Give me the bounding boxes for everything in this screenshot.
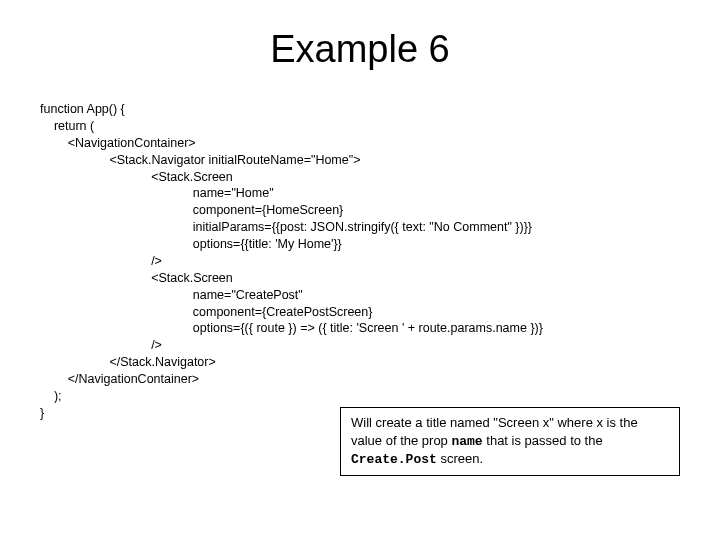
explanation-callout: Will create a title named "Screen x" whe… [340,407,680,476]
callout-prop-name: name [451,434,482,449]
callout-screen-name: Create.Post [351,452,437,467]
callout-text-mid: that is passed to the [483,433,603,448]
slide-title: Example 6 [0,28,720,71]
code-block: function App() { return ( <NavigationCon… [0,101,720,422]
callout-text-suffix: screen. [437,451,483,466]
